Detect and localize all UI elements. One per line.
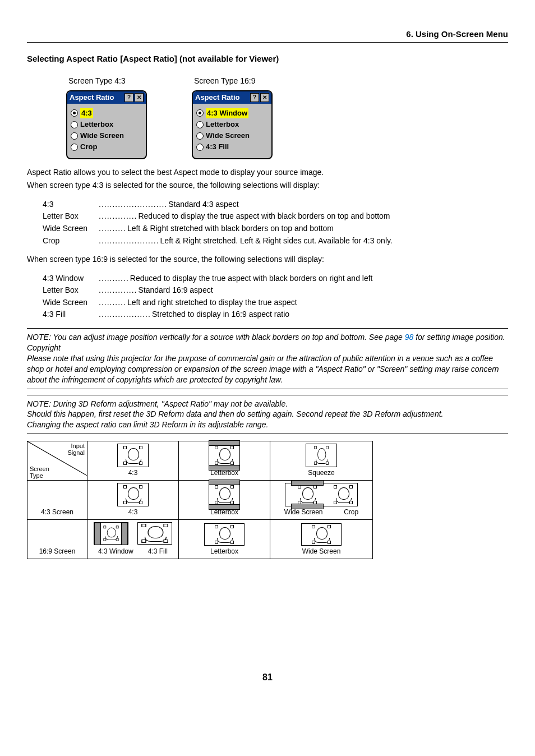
close-icon: ✕ <box>135 93 144 102</box>
aspect-dialog-169: Aspect Ratio ? ✕ 4:3 Window Letterbox Wi… <box>192 90 273 159</box>
intro-paragraph-3: When screen type 16:9 is selected for th… <box>27 254 508 265</box>
copyright-label: Copyright <box>27 343 61 352</box>
col-header-squeeze: Squeeze <box>274 468 369 478</box>
intro-paragraph-2: When screen type 4:3 is selected for the… <box>27 180 508 191</box>
radio-option: Letterbox <box>206 119 239 130</box>
radio-option: Letterbox <box>80 119 113 130</box>
radio-option: Wide Screen <box>206 131 250 141</box>
definitions-169: 4:3 Window...........Reduced to display … <box>43 273 508 320</box>
col-header-letterbox: Letterbox <box>182 468 266 478</box>
dialog-title-right: Aspect Ratio <box>195 93 239 103</box>
dialog-screenshots: Screen Type 4:3 Aspect Ratio ? ✕ 4:3 Let… <box>66 76 508 159</box>
radio-option: Crop <box>80 142 97 152</box>
radio-option: Wide Screen <box>80 131 124 141</box>
aspect-ratio-table: Input Signal Screen Type 4:3 Letterbox S… <box>27 441 373 559</box>
radio-option: 4:3 Fill <box>206 142 229 152</box>
dialog-caption-right: Screen Type 16:9 <box>194 76 255 87</box>
row-header-169: 16:9 Screen <box>27 519 87 559</box>
page-link-98[interactable]: 98 <box>405 333 414 342</box>
radio-option: 4:3 <box>80 108 93 118</box>
chapter-header: 6. Using On-Screen Menu <box>27 28 508 43</box>
close-icon: ✕ <box>260 93 269 102</box>
col-header-43: 4:3 <box>91 468 175 478</box>
radio-option: 4:3 Window <box>206 108 248 118</box>
help-icon: ? <box>124 93 133 102</box>
aspect-dialog-43: Aspect Ratio ? ✕ 4:3 Letterbox Wide Scre… <box>66 90 147 159</box>
page-number: 81 <box>27 671 508 684</box>
note-position: NOTE: You can adjust image position vert… <box>27 332 508 385</box>
definitions-43: 4:3.........................Standard 4:3… <box>43 199 508 246</box>
row-header-43: 4:3 Screen <box>27 480 87 519</box>
intro-paragraph-1: Aspect Ratio allows you to select the be… <box>27 167 508 178</box>
copyright-text: Please note that using this projector fo… <box>27 354 499 384</box>
section-title: Selecting Aspect Ratio [Aspect Ratio] (n… <box>27 53 508 64</box>
help-icon: ? <box>250 93 259 102</box>
dialog-title-left: Aspect Ratio <box>70 93 114 103</box>
note-3d-reform: NOTE: During 3D Reform adjustment, "Aspe… <box>27 399 508 431</box>
dialog-caption-left: Screen Type 4:3 <box>68 76 126 87</box>
